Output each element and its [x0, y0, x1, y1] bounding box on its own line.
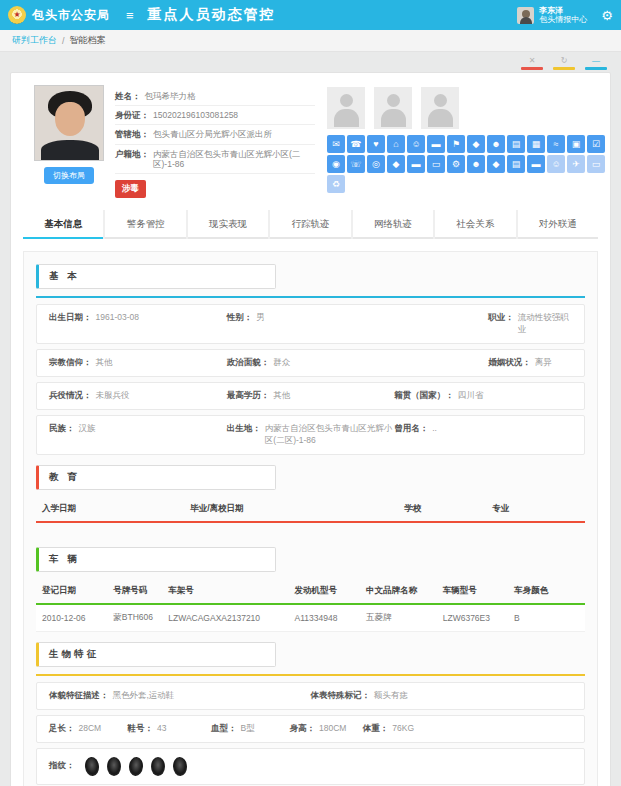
field-label: 体表特殊标记： [311, 690, 371, 702]
related-person-placeholder[interactable] [421, 87, 459, 129]
breadcrumb-separator: / [62, 36, 65, 46]
pedestrian-icon[interactable]: ☺ [547, 155, 565, 173]
tab-movement-track[interactable]: 行踪轨迹 [270, 210, 350, 239]
org-name: 包头市公安局 [32, 7, 110, 24]
plane-icon[interactable]: ✈ [567, 155, 585, 173]
fingerprint-image [151, 757, 165, 776]
breadcrumb: 研判工作台 / 智能档案 [0, 30, 621, 52]
bed-icon[interactable]: ▬ [427, 135, 445, 153]
user-info[interactable]: 李东泽 包头情报中心 [539, 6, 587, 24]
lorry-icon[interactable]: ▬ [527, 155, 545, 173]
fullscreen-tool[interactable]: ✕ [521, 57, 543, 70]
rss-icon[interactable]: ◎ [367, 155, 385, 173]
field-value: 黑色外套,运动鞋 [113, 690, 175, 702]
person-icon[interactable]: ☻ [487, 135, 505, 153]
bus-icon[interactable]: ▭ [587, 155, 605, 173]
hamburger-menu-icon[interactable]: ≡ [126, 8, 134, 23]
vehicle-table: 登记日期 号牌号码 车架号 发动机型号 中文品牌名称 车辆型号 车身颜色 201… [36, 579, 585, 632]
police-car-icon[interactable]: ◆ [487, 155, 505, 173]
education-table: 入学日期 毕业/离校日期 学校 专业 [36, 497, 585, 523]
tab-police-control[interactable]: 警务管控 [105, 210, 185, 239]
trash-icon[interactable]: ♻ [327, 175, 345, 193]
related-persons [327, 87, 605, 129]
field-foot-length: 足长：28CM [49, 723, 127, 735]
column-header: 毕业/离校日期 [184, 497, 398, 522]
settings-gear-icon[interactable]: ⚙ [601, 8, 613, 23]
bank-icon[interactable]: ▣ [567, 135, 585, 153]
gear-icon[interactable]: ⚙ [447, 155, 465, 173]
car-icon[interactable]: ◆ [467, 135, 485, 153]
collapse-tool[interactable]: — [585, 57, 607, 70]
field-gender: 性别：男 [227, 312, 489, 336]
home-icon[interactable]: ⌂ [387, 135, 405, 153]
field-label: 身高： [290, 723, 316, 735]
bio-accent-line [36, 674, 585, 676]
tab-external-contact[interactable]: 对外联通 [518, 210, 598, 239]
subject-photo [34, 85, 104, 161]
column-header: 发动机型号 [289, 579, 360, 604]
graduation-cap-icon[interactable]: ⚑ [447, 135, 465, 153]
field-label: 鞋号： [127, 723, 153, 735]
field-label: 最高学历： [227, 390, 270, 402]
field-label: 户籍地： [115, 149, 149, 169]
field-label: 兵役情况： [49, 390, 92, 402]
field-native-place: 籍贯（国家）：四川省 [394, 390, 572, 402]
phone-icon[interactable]: ☎ [347, 135, 365, 153]
field-value: 额头有痣 [374, 690, 408, 702]
breadcrumb-parent-link[interactable]: 研判工作台 [12, 34, 57, 47]
field-value: 1961-03-08 [96, 312, 139, 322]
field-value: 150202196103081258 [153, 110, 238, 120]
user-avatar[interactable] [517, 7, 534, 24]
field-value: .. [432, 423, 437, 433]
tab-real-performance[interactable]: 现实表现 [188, 210, 268, 239]
checkbox-icon[interactable]: ☑ [587, 135, 605, 153]
tab-social-relations[interactable]: 社会关系 [435, 210, 515, 239]
truck-icon[interactable]: ▬ [407, 155, 425, 173]
chat-icon[interactable]: ✉ [327, 135, 345, 153]
icon-grid-row-1: ✉ ☎ ♥ ⌂ ☺ ▬ ⚑ ◆ ☻ ▤ ▦ ≈ ▣ ☑ [327, 135, 605, 153]
info-row: 体貌特征描述：黑色外套,运动鞋 体表特殊标记：额头有痣 [36, 682, 585, 710]
section-title-basic: 基 本 [36, 264, 276, 289]
user-icon[interactable]: ☻ [467, 155, 485, 173]
id-card-icon[interactable]: ▤ [507, 155, 525, 173]
field-label: 婚姻状况： [488, 357, 531, 369]
tab-network-track[interactable]: 网络轨迹 [353, 210, 433, 239]
section-title-vehicle: 车 辆 [36, 547, 276, 572]
app-title: 重点人员动态管控 [148, 6, 276, 24]
table-row: 2010-12-06 蒙BTH606 LZWACAGAXA2137210 A11… [36, 604, 585, 632]
wifi-icon[interactable]: ≈ [547, 135, 565, 153]
related-person-placeholder[interactable] [374, 87, 412, 129]
telephone-icon[interactable]: ☏ [347, 155, 365, 173]
sections-panel: 基 本 出生日期：1961-03-08 性别：男 职业：流动性较强职业 宗教信仰… [23, 251, 598, 786]
education-empty-body [36, 523, 585, 537]
tab-basic-info[interactable]: 基本信息 [23, 210, 103, 239]
field-weight: 体重：76KG [363, 723, 572, 735]
refresh-tool[interactable]: ↻ [553, 57, 575, 70]
video-icon[interactable]: ◉ [327, 155, 345, 173]
field-ethnicity: 民族：汉族 [49, 423, 227, 447]
field-value: 汉族 [79, 423, 96, 435]
education-header-row: 入学日期 毕业/离校日期 学校 专业 [36, 497, 585, 522]
blue-bar [585, 67, 607, 70]
taxi-icon[interactable]: ◆ [387, 155, 405, 173]
info-row: 兵役情况：未服兵役 最高学历：其他 籍贯（国家）：四川省 [36, 382, 585, 410]
field-value: 包头青山区分局光辉小区派出所 [153, 129, 272, 139]
related-person-placeholder[interactable] [327, 87, 365, 129]
hotel-bed-icon[interactable]: ▭ [427, 155, 445, 173]
column-header: 专业 [486, 497, 585, 522]
switch-layout-button[interactable]: 切换布局 [44, 167, 94, 184]
field-value: 四川省 [458, 390, 484, 402]
field-label: 职业： [488, 312, 514, 324]
heart-icon[interactable]: ♥ [367, 135, 385, 153]
image-file-icon[interactable]: ▦ [527, 135, 545, 153]
breadcrumb-current: 智能档案 [70, 34, 106, 47]
badge-star-icon: ★ [13, 11, 20, 19]
group-icon[interactable]: ☺ [407, 135, 425, 153]
fullscreen-icon: ✕ [529, 57, 536, 65]
field-label: 血型： [211, 723, 237, 735]
field-label: 体貌特征描述： [49, 690, 109, 702]
vehicle-header-row: 登记日期 号牌号码 车架号 发动机型号 中文品牌名称 车辆型号 车身颜色 [36, 579, 585, 604]
document-icon[interactable]: ▤ [507, 135, 525, 153]
yellow-bar [553, 67, 575, 70]
field-value: 男 [256, 312, 265, 324]
